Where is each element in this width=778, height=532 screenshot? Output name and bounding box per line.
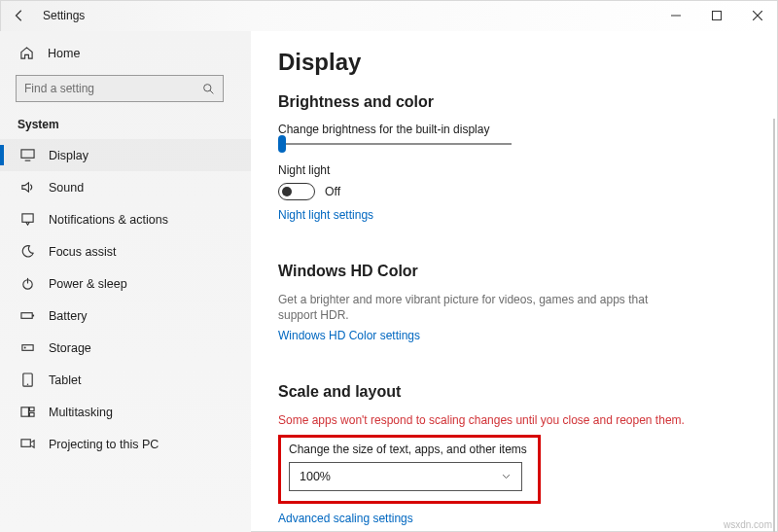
scrollbar[interactable]: [773, 119, 775, 532]
sidebar-item-label: Projecting to this PC: [49, 438, 159, 451]
scale-dropdown[interactable]: 100%: [289, 462, 522, 491]
highlight-annotation: Change the size of text, apps, and other…: [278, 435, 541, 504]
svg-rect-9: [20, 313, 31, 319]
display-icon: [19, 148, 35, 162]
sidebar-item-battery[interactable]: Battery: [0, 300, 251, 332]
sidebar-item-tablet[interactable]: Tablet: [0, 364, 251, 396]
home-nav[interactable]: Home: [0, 37, 251, 69]
sidebar-item-storage[interactable]: Storage: [0, 332, 251, 364]
search-input[interactable]: Find a setting: [16, 75, 224, 102]
sidebar-item-label: Multitasking: [49, 406, 113, 419]
svg-rect-11: [21, 345, 32, 351]
svg-rect-17: [29, 412, 34, 416]
sidebar-item-display[interactable]: Display: [0, 139, 251, 171]
brightness-slider-label: Change brightness for the built-in displ…: [278, 123, 751, 136]
page-title: Display: [278, 49, 751, 76]
scale-dropdown-label: Change the size of text, apps, and other…: [289, 443, 530, 456]
power-icon: [19, 276, 35, 291]
sound-icon: [19, 180, 35, 195]
night-light-state: Off: [325, 185, 340, 198]
sidebar-item-multitasking[interactable]: Multitasking: [0, 396, 251, 428]
window-title: Settings: [39, 9, 85, 22]
content-area: Display Brightness and color Change brig…: [251, 31, 778, 532]
night-light-toggle[interactable]: [278, 183, 315, 200]
svg-line-3: [210, 90, 213, 93]
moon-icon: [19, 244, 35, 259]
tablet-icon: [19, 372, 35, 387]
brightness-slider[interactable]: [278, 138, 512, 150]
title-bar: Settings: [0, 0, 778, 31]
hd-color-desc: Get a brighter and more vibrant picture …: [278, 292, 667, 323]
hd-color-heading: Windows HD Color: [278, 263, 751, 280]
svg-rect-15: [20, 408, 28, 416]
maximize-button[interactable]: [696, 0, 737, 31]
sidebar-item-power-sleep[interactable]: Power & sleep: [0, 267, 251, 300]
sidebar-item-notifications-actions[interactable]: Notifications & actions: [0, 203, 251, 235]
svg-rect-16: [29, 408, 34, 411]
svg-point-14: [26, 383, 28, 385]
back-button[interactable]: [0, 9, 39, 22]
project-icon: [19, 437, 35, 451]
sidebar-item-label: Storage: [49, 341, 91, 355]
sidebar-item-focus-assist[interactable]: Focus assist: [0, 235, 251, 267]
battery-icon: [19, 308, 35, 323]
sidebar: Home Find a setting System DisplaySoundN…: [0, 31, 251, 532]
sidebar-item-label: Focus assist: [49, 245, 116, 259]
home-icon: [19, 46, 34, 60]
svg-rect-1: [713, 12, 722, 20]
chevron-down-icon: [501, 471, 512, 481]
search-placeholder: Find a setting: [24, 82, 94, 95]
storage-icon: [19, 340, 35, 355]
notify-icon: [19, 212, 35, 227]
sidebar-item-label: Power & sleep: [49, 277, 127, 291]
svg-rect-10: [32, 315, 34, 317]
scale-warning: Some apps won't respond to scaling chang…: [278, 412, 687, 428]
scale-dropdown-value: 100%: [300, 470, 331, 483]
sidebar-item-label: Display: [49, 149, 88, 162]
svg-rect-18: [20, 440, 29, 447]
watermark: wsxdn.com: [724, 519, 772, 530]
search-icon: [202, 83, 215, 95]
svg-rect-4: [20, 150, 33, 158]
brightness-heading: Brightness and color: [278, 93, 751, 111]
scale-heading: Scale and layout: [278, 383, 751, 401]
svg-point-2: [204, 84, 211, 90]
sidebar-item-projecting-to-this-pc[interactable]: Projecting to this PC: [0, 428, 251, 460]
advanced-scaling-link[interactable]: Advanced scaling settings: [278, 512, 413, 525]
sidebar-section-label: System: [0, 114, 251, 139]
sidebar-item-label: Sound: [49, 181, 84, 195]
sidebar-item-sound[interactable]: Sound: [0, 171, 251, 203]
sidebar-item-label: Tablet: [49, 373, 81, 387]
night-light-label: Night light: [278, 163, 751, 177]
minimize-button[interactable]: [655, 0, 696, 31]
close-button[interactable]: [737, 0, 778, 31]
sidebar-item-label: Notifications & actions: [49, 213, 168, 227]
night-light-settings-link[interactable]: Night light settings: [278, 208, 373, 222]
hd-color-settings-link[interactable]: Windows HD Color settings: [278, 329, 420, 342]
sidebar-item-label: Battery: [49, 309, 88, 323]
home-label: Home: [48, 47, 80, 60]
svg-rect-6: [21, 214, 32, 222]
svg-point-12: [23, 347, 25, 349]
multitask-icon: [19, 405, 35, 419]
